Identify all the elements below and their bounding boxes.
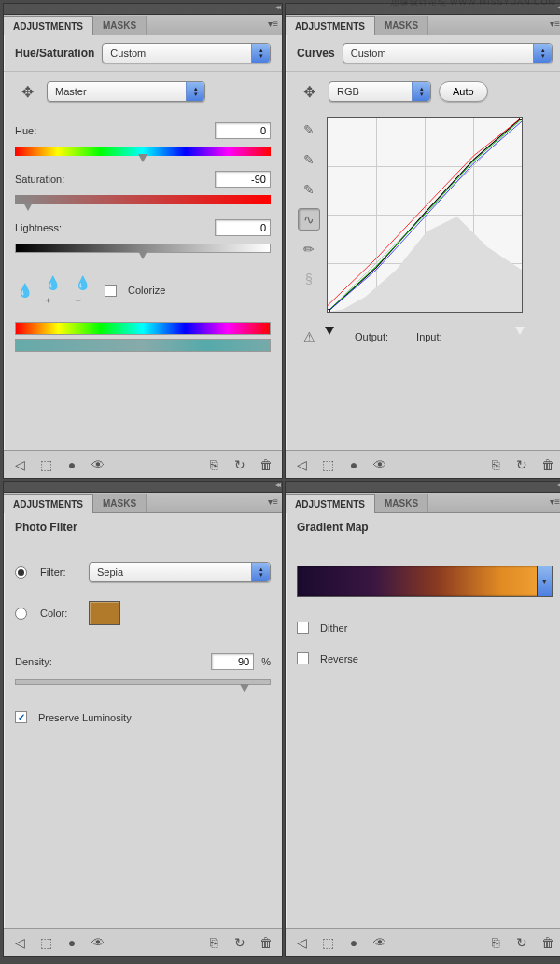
hue-slider[interactable] xyxy=(15,147,271,156)
curves-graph[interactable] xyxy=(327,117,523,313)
preserve-label: Preserve Luminosity xyxy=(38,712,132,723)
auto-button[interactable]: Auto xyxy=(439,81,488,102)
clip-icon[interactable]: ⎘ xyxy=(487,934,504,951)
tab-adjustments[interactable]: ADJUSTMENTS xyxy=(286,494,375,513)
pf-title: Photo Filter xyxy=(15,521,271,534)
tab-masks[interactable]: MASKS xyxy=(93,494,147,512)
dither-checkbox[interactable]: Dither xyxy=(297,622,553,634)
panel-photo-filter: ADJUSTMENTS MASKS ▾≡ Photo Filter Filter… xyxy=(3,481,283,957)
reset-icon[interactable]: ↻ xyxy=(513,456,530,473)
mask-icon[interactable]: ● xyxy=(63,456,80,473)
hsl-preset-select[interactable]: Custom xyxy=(102,43,271,63)
panel-menu-icon[interactable]: ▾≡ xyxy=(550,19,560,29)
curves-preset-value: Custom xyxy=(351,48,386,59)
panel-hue-saturation: ADJUSTMENTS MASKS ▾≡ Hue/Saturation Cust… xyxy=(3,3,283,479)
panel-footer: ◁ ⬚ ● 👁 ⎘ ↻ 🗑 xyxy=(4,928,282,956)
curve-smooth-icon[interactable]: § xyxy=(298,268,320,290)
tab-adjustments[interactable]: ADJUSTMENTS xyxy=(286,16,375,35)
mask-icon[interactable]: ● xyxy=(345,934,362,951)
targeted-adjust-icon[interactable]: ✥ xyxy=(15,79,39,104)
trash-icon[interactable]: 🗑 xyxy=(258,456,274,473)
curve-point-tool-icon[interactable]: ∿ xyxy=(298,208,320,231)
curves-title: Curves xyxy=(297,47,335,60)
visibility-icon[interactable]: 👁 xyxy=(371,934,388,951)
hsl-channel-select[interactable]: Master xyxy=(47,81,205,102)
panel-collapse-bar[interactable] xyxy=(286,482,560,493)
targeted-adjust-icon[interactable]: ✥ xyxy=(297,79,321,104)
sampler-black-icon[interactable]: ✎ xyxy=(298,119,320,141)
hue-input[interactable] xyxy=(215,122,271,139)
filter-select[interactable]: Sepia xyxy=(89,562,271,582)
reset-icon[interactable]: ↻ xyxy=(231,934,248,951)
light-slider[interactable] xyxy=(15,244,271,253)
back-icon[interactable]: ◁ xyxy=(11,934,28,951)
panel-menu-icon[interactable]: ▾≡ xyxy=(268,19,278,29)
histogram-clip-icon[interactable]: ⚠ xyxy=(298,326,320,348)
light-input[interactable] xyxy=(215,219,271,236)
curve-draw-tool-icon[interactable]: ✏ xyxy=(298,238,320,260)
eyedropper-add-icon[interactable]: 💧₊ xyxy=(45,281,63,300)
back-icon[interactable]: ◁ xyxy=(293,456,310,473)
curves-preset-select[interactable]: Custom xyxy=(343,43,553,63)
panel-menu-icon[interactable]: ▾≡ xyxy=(268,496,278,507)
reset-icon[interactable]: ↻ xyxy=(513,934,530,951)
filter-radio[interactable] xyxy=(15,566,27,579)
eyedropper-icon[interactable]: 💧 xyxy=(15,281,34,300)
expand-icon[interactable]: ⬚ xyxy=(37,456,54,473)
trash-icon[interactable]: 🗑 xyxy=(258,934,274,951)
hue-spectrum-top xyxy=(15,322,271,335)
colorize-checkbox[interactable]: Colorize xyxy=(105,285,165,297)
clip-icon[interactable]: ⎘ xyxy=(205,934,222,951)
hsl-title: Hue/Saturation xyxy=(15,47,94,60)
back-icon[interactable]: ◁ xyxy=(11,456,28,473)
tab-masks[interactable]: MASKS xyxy=(93,16,147,35)
reverse-checkbox[interactable]: Reverse xyxy=(297,652,553,664)
gradient-picker[interactable]: ▾ xyxy=(297,566,553,597)
expand-icon[interactable]: ⬚ xyxy=(319,934,336,951)
panel-collapse-bar[interactable] xyxy=(4,482,282,493)
preserve-luminosity-checkbox[interactable]: ✓ Preserve Luminosity xyxy=(15,711,271,723)
panel-collapse-bar[interactable] xyxy=(4,4,282,15)
tab-masks[interactable]: MASKS xyxy=(375,494,428,512)
panel-footer: ◁ ⬚ ● 👁 ⎘ ↻ 🗑 xyxy=(4,450,282,478)
density-slider[interactable] xyxy=(15,679,271,685)
filter-value: Sepia xyxy=(97,566,123,578)
visibility-icon[interactable]: 👁 xyxy=(371,456,388,473)
eyedropper-sub-icon[interactable]: 💧₋ xyxy=(75,281,93,300)
hue-label: Hue: xyxy=(15,125,36,136)
gradient-dropdown-icon[interactable]: ▾ xyxy=(537,566,552,596)
density-unit: % xyxy=(261,656,271,667)
curves-channel-select[interactable]: RGB xyxy=(329,81,431,102)
clip-icon[interactable]: ⎘ xyxy=(205,456,222,473)
trash-icon[interactable]: 🗑 xyxy=(539,934,556,951)
expand-icon[interactable]: ⬚ xyxy=(37,934,54,951)
panel-menu-icon[interactable]: ▾≡ xyxy=(550,496,560,507)
visibility-icon[interactable]: 👁 xyxy=(90,934,106,951)
output-label: Output: xyxy=(355,331,388,342)
hsl-channel-value: Master xyxy=(55,86,87,97)
clip-icon[interactable]: ⎘ xyxy=(487,456,504,473)
trash-icon[interactable]: 🗑 xyxy=(539,456,556,473)
reset-icon[interactable]: ↻ xyxy=(231,456,248,473)
color-swatch[interactable] xyxy=(89,601,120,625)
density-input[interactable] xyxy=(211,653,254,670)
sat-input[interactable] xyxy=(215,171,271,188)
expand-icon[interactable]: ⬚ xyxy=(319,456,336,473)
tab-adjustments[interactable]: ADJUSTMENTS xyxy=(4,16,93,35)
color-label: Color: xyxy=(40,608,81,619)
back-icon[interactable]: ◁ xyxy=(293,934,310,951)
white-point-handle[interactable] xyxy=(515,327,525,335)
tab-adjustments[interactable]: ADJUSTMENTS xyxy=(4,494,93,513)
visibility-icon[interactable]: 👁 xyxy=(90,456,106,473)
black-point-handle[interactable] xyxy=(325,327,334,335)
sampler-white-icon[interactable]: ✎ xyxy=(298,178,320,201)
mask-icon[interactable]: ● xyxy=(63,934,80,951)
panel-footer: ◁ ⬚ ● 👁 ⎘ ↻ 🗑 xyxy=(286,928,560,956)
tab-masks[interactable]: MASKS xyxy=(375,16,428,35)
sampler-gray-icon[interactable]: ✎ xyxy=(298,148,320,171)
color-radio[interactable] xyxy=(15,608,27,620)
mask-icon[interactable]: ● xyxy=(345,456,362,473)
svg-marker-0 xyxy=(328,217,522,312)
dither-label: Dither xyxy=(320,622,347,634)
sat-slider[interactable] xyxy=(15,195,271,204)
